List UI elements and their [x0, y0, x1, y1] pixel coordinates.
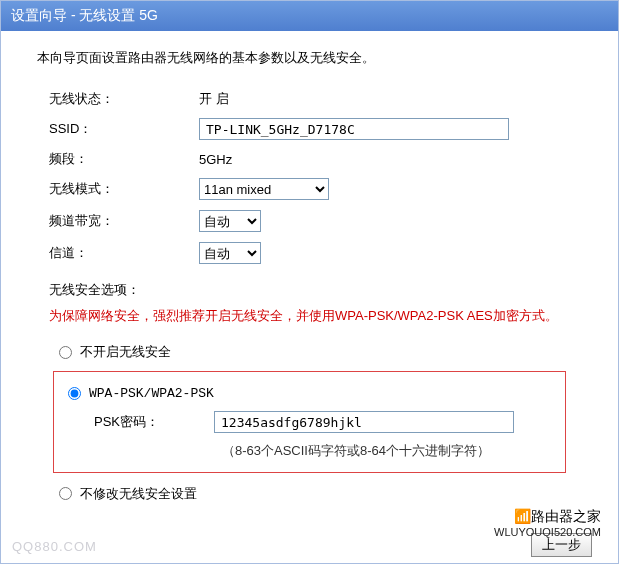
radio-none[interactable]	[59, 346, 72, 359]
watermark-url: WLUYOUQI520.COM	[494, 526, 601, 538]
row-ssid: SSID：	[29, 113, 590, 145]
bandwidth-label: 频道带宽：	[49, 212, 199, 230]
radio-row-wpa[interactable]: WPA-PSK/WPA2-PSK	[62, 380, 557, 407]
intro-text: 本向导页面设置路由器无线网络的基本参数以及无线安全。	[29, 49, 590, 67]
bandwidth-select[interactable]: 自动	[199, 210, 261, 232]
channel-label: 信道：	[49, 244, 199, 262]
row-mode: 无线模式： 11an mixed	[29, 173, 590, 205]
radio-none-label: 不开启无线安全	[80, 343, 171, 361]
wpa-highlight-box: WPA-PSK/WPA2-PSK PSK密码： （8-63个ASCII码字符或8…	[53, 371, 566, 473]
row-psk: PSK密码：	[62, 407, 557, 437]
mode-label: 无线模式：	[49, 180, 199, 198]
window-title: 设置向导 - 无线设置 5G	[1, 1, 618, 31]
band-value: 5GHz	[199, 152, 590, 167]
radio-row-nochange[interactable]: 不修改无线安全设置	[29, 479, 590, 509]
row-wireless-status: 无线状态： 开 启	[29, 85, 590, 113]
row-channel: 信道： 自动	[29, 237, 590, 269]
watermark-brand: 📶路由器之家	[514, 508, 601, 524]
content-area: 本向导页面设置路由器无线网络的基本参数以及无线安全。 无线状态： 开 启 SSI…	[1, 31, 618, 523]
radio-wpa[interactable]	[68, 387, 81, 400]
psk-hint: （8-63个ASCII码字符或8-64个十六进制字符）	[62, 437, 557, 462]
psk-label: PSK密码：	[94, 413, 214, 431]
ssid-label: SSID：	[49, 120, 199, 138]
security-heading: 无线安全选项：	[29, 269, 590, 303]
row-bandwidth: 频道带宽： 自动	[29, 205, 590, 237]
radio-row-none[interactable]: 不开启无线安全	[29, 337, 590, 367]
wizard-window: 设置向导 - 无线设置 5G 本向导页面设置路由器无线网络的基本参数以及无线安全…	[0, 0, 619, 564]
band-label: 频段：	[49, 150, 199, 168]
ssid-input[interactable]	[199, 118, 509, 140]
security-warning: 为保障网络安全，强烈推荐开启无线安全，并使用WPA-PSK/WPA2-PSK A…	[29, 303, 590, 337]
mode-select[interactable]: 11an mixed	[199, 178, 329, 200]
channel-select[interactable]: 自动	[199, 242, 261, 264]
row-band: 频段： 5GHz	[29, 145, 590, 173]
radio-nochange-label: 不修改无线安全设置	[80, 485, 197, 503]
watermark-left: QQ880.COM	[12, 539, 97, 554]
radio-wpa-label: WPA-PSK/WPA2-PSK	[89, 386, 214, 401]
radio-nochange[interactable]	[59, 487, 72, 500]
wireless-status-value: 开 启	[199, 90, 590, 108]
psk-input[interactable]	[214, 411, 514, 433]
wireless-status-label: 无线状态：	[49, 90, 199, 108]
watermark-right: 📶路由器之家 WLUYOUQI520.COM	[494, 508, 601, 538]
